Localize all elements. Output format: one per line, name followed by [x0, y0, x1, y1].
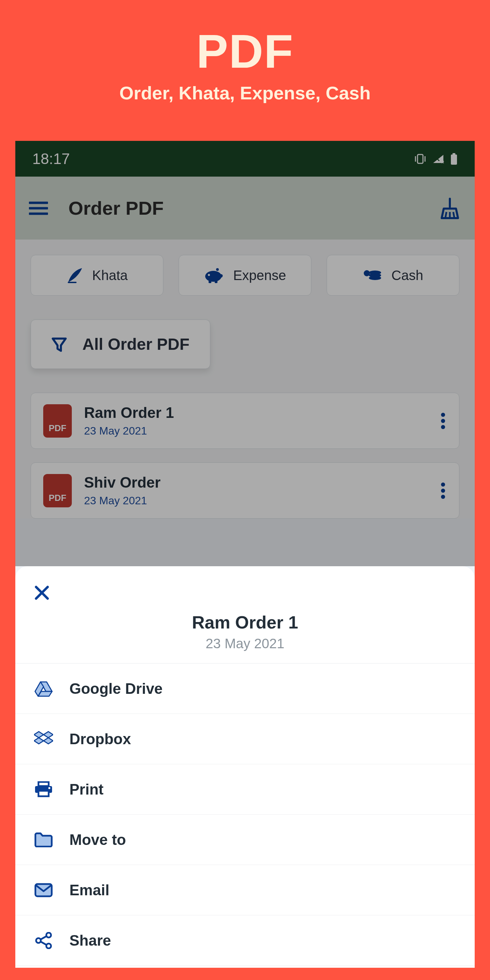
email-icon: [34, 883, 53, 897]
print-icon: [34, 781, 53, 798]
action-share[interactable]: Share: [15, 915, 475, 966]
sheet-header: Ram Order 1 23 May 2021: [15, 566, 475, 663]
promo-header: PDF Order, Khata, Expense, Cash: [0, 0, 490, 121]
svg-point-40: [46, 943, 51, 948]
action-label: Share: [69, 932, 111, 949]
promo-subtitle: Order, Khata, Expense, Cash: [0, 82, 490, 103]
action-delete[interactable]: Delete: [15, 966, 475, 968]
action-label: Dropbox: [69, 730, 131, 748]
phone-screenshot: 18:17 R Order PDF: [15, 141, 475, 968]
google-drive-icon: [34, 681, 53, 697]
svg-point-39: [36, 938, 41, 943]
svg-line-42: [40, 942, 47, 945]
dropbox-icon: [34, 731, 53, 747]
action-email[interactable]: Email: [15, 865, 475, 915]
share-icon: [34, 932, 53, 949]
sheet-subtitle: 23 May 2021: [34, 636, 456, 651]
svg-point-38: [46, 933, 51, 937]
close-icon[interactable]: [34, 585, 50, 601]
svg-line-41: [40, 936, 47, 940]
action-label: Print: [69, 781, 103, 798]
bottom-sheet: Ram Order 1 23 May 2021 Google Drive Dro…: [15, 566, 475, 968]
action-dropbox[interactable]: Dropbox: [15, 714, 475, 764]
action-print[interactable]: Print: [15, 764, 475, 815]
scrim-overlay[interactable]: [15, 141, 475, 566]
promo-title: PDF: [0, 24, 490, 79]
svg-rect-35: [38, 791, 49, 796]
svg-point-36: [48, 787, 50, 789]
action-label: Move to: [69, 831, 126, 848]
action-label: Email: [69, 882, 109, 899]
action-move-to[interactable]: Move to: [15, 815, 475, 865]
svg-rect-33: [38, 782, 49, 786]
folder-icon: [34, 832, 53, 847]
action-google-drive[interactable]: Google Drive: [15, 663, 475, 714]
action-label: Google Drive: [69, 680, 163, 697]
sheet-title: Ram Order 1: [34, 612, 456, 633]
